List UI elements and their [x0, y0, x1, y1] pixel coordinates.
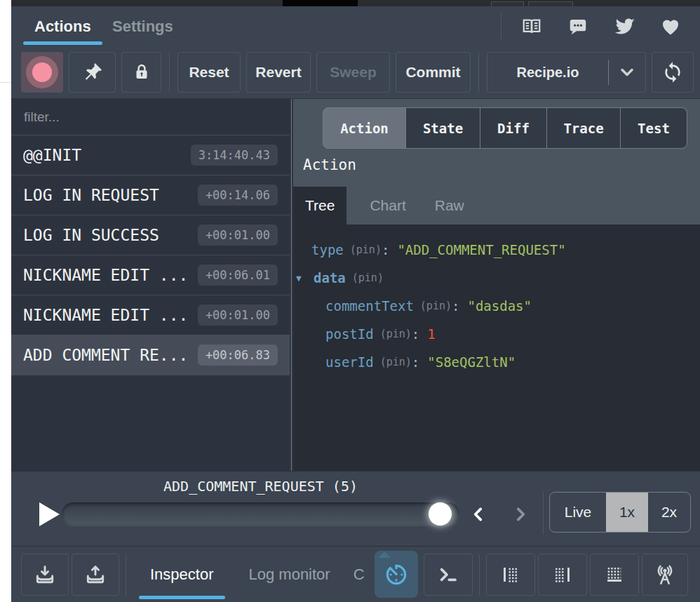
slider-monitor-button[interactable]: [375, 551, 418, 598]
action-name: NICKNAME_EDIT_...: [23, 266, 198, 284]
action-list: @@INIT 3:14:40.43 LOG_IN_REQUEST +00:14.…: [11, 99, 290, 471]
dock-left-icon: [500, 564, 521, 585]
twitter-icon[interactable]: [601, 11, 647, 42]
sweep-button[interactable]: Sweep: [316, 52, 390, 93]
subtab-raw[interactable]: Raw: [423, 187, 476, 225]
tree-key[interactable]: postId: [325, 326, 374, 342]
subtab-tree[interactable]: Tree: [293, 187, 346, 225]
tab-actions[interactable]: Actions: [23, 6, 102, 46]
export-tray-icon: [84, 563, 107, 587]
tree-key[interactable]: type: [311, 242, 344, 257]
action-name: LOG_IN_SUCCESS: [23, 226, 198, 244]
action-list-item[interactable]: NICKNAME_EDIT_... +00:06.01: [11, 255, 290, 295]
inspector-tabs: Action State Diff Trace Test: [323, 107, 700, 149]
section-label: Action: [303, 156, 700, 173]
tab-log-monitor[interactable]: Log monitor: [231, 547, 348, 602]
tab-diff[interactable]: Diff: [480, 107, 547, 149]
pin-button[interactable]: [69, 52, 116, 93]
action-list-item[interactable]: @@INIT 3:14:40.43: [11, 135, 290, 175]
play-icon[interactable]: [39, 502, 60, 526]
action-list-item[interactable]: LOG_IN_REQUEST +00:14.06: [11, 175, 290, 215]
commit-button[interactable]: Commit: [396, 52, 471, 93]
action-name: LOG_IN_REQUEST: [23, 186, 198, 204]
tree-key[interactable]: data: [314, 270, 346, 286]
header-icons: [501, 6, 694, 46]
reset-button[interactable]: Reset: [177, 52, 241, 93]
host-page-divider: [0, 82, 11, 83]
slider-thumb[interactable]: [429, 502, 452, 526]
live-button[interactable]: Live: [550, 493, 606, 532]
revert-button[interactable]: Revert: [246, 52, 311, 93]
action-name: NICKNAME_EDIT_...: [23, 306, 198, 324]
step-back-button[interactable]: [467, 502, 490, 526]
action-list-item[interactable]: NICKNAME_EDIT_... +00:01.00: [11, 295, 290, 335]
inspector-panel: Action State Diff Trace Test Action Tree…: [293, 99, 700, 471]
dock-bottom-button[interactable]: [590, 554, 639, 596]
action-list-item[interactable]: LOG_IN_SUCCESS +00:01.00: [11, 215, 290, 255]
subtab-chart[interactable]: Chart: [358, 187, 417, 225]
action-name: @@INIT: [23, 146, 191, 164]
chat-bubble-icon[interactable]: [555, 11, 601, 42]
tree-row: postId (pin): 1: [311, 320, 700, 348]
tab-chart-truncated[interactable]: C: [354, 547, 368, 602]
tree-row: ▼ data (pin): [311, 264, 700, 292]
sync-button[interactable]: [652, 52, 694, 93]
docs-book-icon[interactable]: [509, 11, 555, 42]
bottom-divider: [479, 554, 480, 596]
tree-value: 1: [427, 326, 435, 342]
tree-row: userId (pin): "S8eQGZltN": [311, 348, 700, 376]
dock-left-button[interactable]: [486, 554, 535, 596]
tree-key[interactable]: commentText: [325, 298, 414, 314]
tree-key[interactable]: userId: [325, 354, 374, 370]
collapse-arrow-icon[interactable]: ▼: [296, 273, 314, 283]
tree-value: "S8eQGZltN": [427, 354, 516, 370]
redux-devtools-window: Actions Settings: [0, 0, 700, 602]
view-subtabs: Tree Chart Raw: [293, 187, 700, 225]
dock-bottom-icon: [604, 564, 625, 585]
tab-trace[interactable]: Trace: [547, 107, 621, 149]
dock-right-icon: [552, 564, 573, 585]
playback-action-label: ADD_COMMENT_REQUEST (5): [62, 478, 459, 495]
speed-1x-button[interactable]: 1x: [606, 493, 648, 532]
action-time-badge: +00:06.01: [198, 265, 278, 286]
playback-slider[interactable]: [62, 502, 459, 526]
record-icon: [26, 56, 58, 88]
tree-row: type (pin): "ADD_COMMENT_REQUEST": [311, 236, 700, 264]
host-top-black-segment: [283, 0, 358, 6]
panel-resizer[interactable]: [290, 99, 293, 471]
toolbar-divider: [169, 52, 170, 93]
step-forward-button[interactable]: [509, 502, 532, 526]
instance-label: Recipe.io: [487, 65, 608, 81]
import-tray-icon: [34, 563, 56, 587]
playback-divider: [543, 491, 544, 535]
heart-icon[interactable]: [647, 11, 694, 42]
action-time-badge: +00:01.00: [198, 225, 278, 246]
export-button[interactable]: [72, 554, 119, 596]
speed-2x-button[interactable]: 2x: [648, 493, 690, 532]
filter-input[interactable]: [24, 109, 277, 125]
tab-inspector[interactable]: Inspector: [133, 547, 231, 602]
tree-value: "dasdas": [467, 298, 532, 314]
tree-row: commentText (pin): "dasdas": [311, 292, 700, 320]
chevron-left-icon: [469, 504, 487, 525]
record-button[interactable]: [21, 52, 63, 93]
instance-select[interactable]: Recipe.io: [487, 52, 646, 93]
playback-bar: ADD_COMMENT_REQUEST (5) Live 1x 2x: [11, 471, 700, 546]
tab-settings[interactable]: Settings: [101, 6, 184, 46]
dispatcher-button[interactable]: [424, 554, 473, 596]
devtools-panel: Actions Settings: [11, 6, 700, 602]
tab-test[interactable]: Test: [621, 107, 687, 149]
sync-icon: [661, 61, 684, 83]
pin-label: (pin): [380, 356, 412, 368]
dock-right-button[interactable]: [538, 554, 587, 596]
action-list-item-selected[interactable]: ADD_COMMENT_RE... +00:06.83: [11, 335, 290, 375]
remote-button[interactable]: [642, 554, 688, 596]
import-button[interactable]: [21, 554, 69, 596]
lock-button[interactable]: [121, 52, 161, 93]
header-divider: [501, 13, 502, 41]
pin-label: (pin): [352, 272, 384, 284]
action-time-badge: +00:14.06: [198, 185, 278, 206]
speed-buttons: Live 1x 2x: [549, 492, 691, 533]
tab-action[interactable]: Action: [323, 107, 406, 149]
tab-state[interactable]: State: [406, 107, 480, 149]
